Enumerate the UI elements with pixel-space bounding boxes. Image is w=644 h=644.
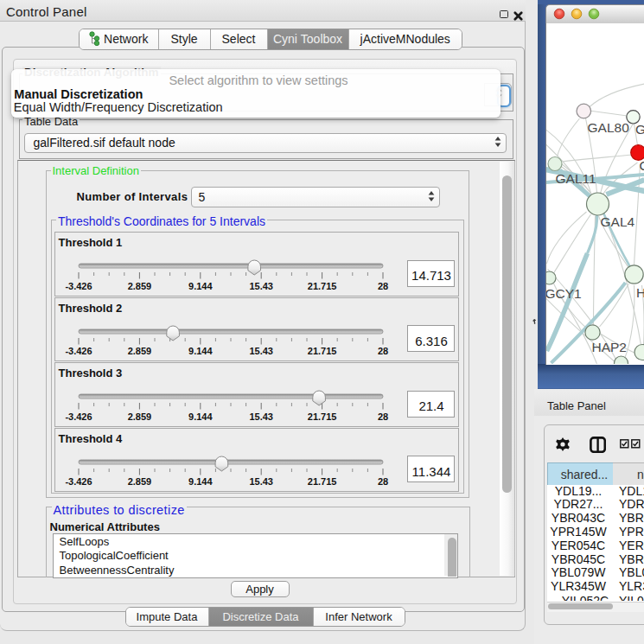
svg-text:GCY1: GCY1 [546, 286, 582, 301]
svg-text:CY: CY [639, 158, 644, 173]
svg-text:GAL11: GAL11 [555, 171, 596, 186]
svg-text:HI: HI [636, 285, 644, 300]
svg-text:GA: GA [635, 122, 644, 137]
svg-text:HAP2: HAP2 [591, 340, 627, 354]
svg-text:GAL80: GAL80 [587, 120, 629, 135]
svg-text:GAL4: GAL4 [600, 214, 634, 229]
